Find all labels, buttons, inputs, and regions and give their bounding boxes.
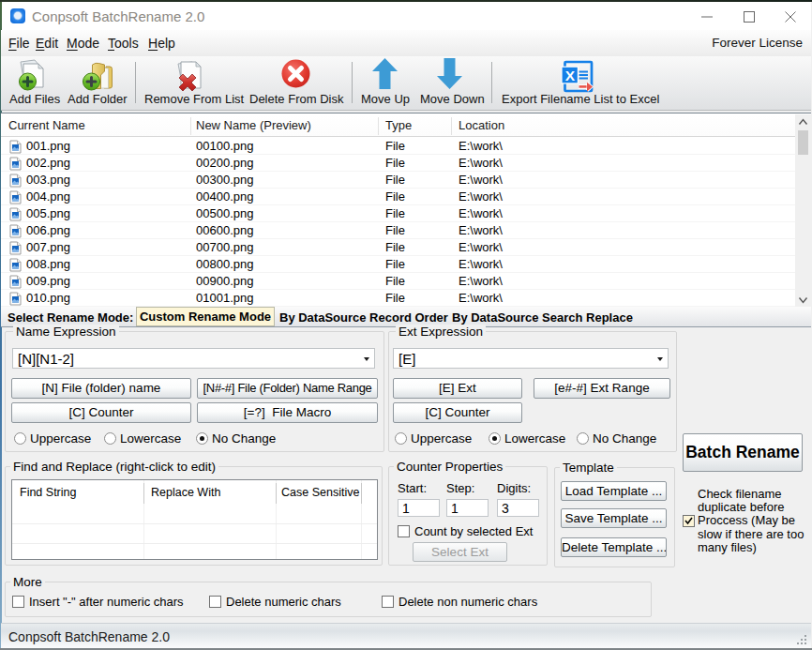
svg-text:X: X <box>565 68 576 83</box>
